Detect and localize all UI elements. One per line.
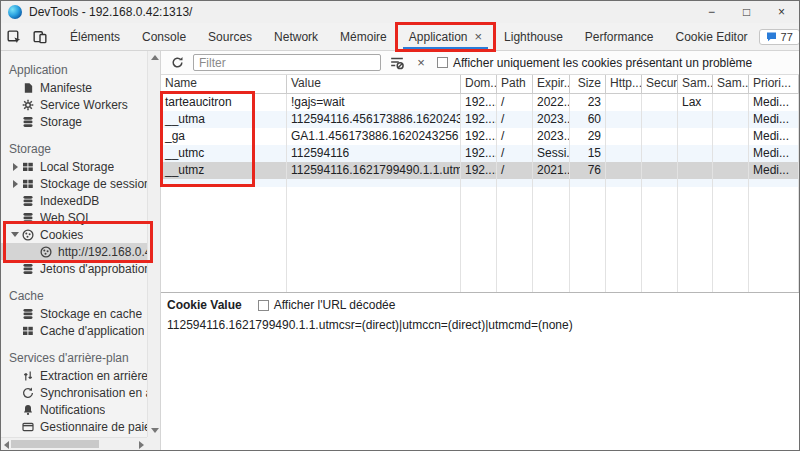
column-header-secure[interactable]: Secure <box>642 75 678 93</box>
cell-size[interactable]: 76 <box>570 162 606 179</box>
cookie-row[interactable]: __utmz112594116.1621799490.1.1.utmcsr=(d… <box>161 162 799 179</box>
tab-sources[interactable]: Sources <box>197 23 263 50</box>
sidebar-item-synchronisation-en-arri-re[interactable]: Synchronisation en arrière <box>1 384 147 401</box>
scroll-up-icon[interactable] <box>151 55 159 60</box>
cell-priority[interactable]: Medi... <box>749 94 799 111</box>
maximize-button[interactable]: □ <box>729 1 764 23</box>
cell-domain[interactable]: 192.... <box>461 145 497 162</box>
device-toolbar-icon[interactable] <box>27 23 53 50</box>
column-header-domain[interactable]: Dom... <box>461 75 497 93</box>
cookie-row[interactable]: __utma112594116.456173886.1620243256.16.… <box>161 111 799 128</box>
cell-secure[interactable] <box>642 128 678 145</box>
sidebar-horizontal-scrollbar[interactable] <box>1 437 147 450</box>
column-header-samesite[interactable]: Sam... <box>678 75 713 93</box>
cell-samesite[interactable] <box>678 145 713 162</box>
cell-sameparty[interactable] <box>713 111 749 128</box>
sidebar-item-web-sql[interactable]: Web SQL <box>1 209 147 226</box>
cell-expires[interactable]: Sessi... <box>533 145 570 162</box>
cell-value[interactable]: 112594116.1621799490.1.1.utmcsr=(di... <box>287 162 461 179</box>
column-header-name[interactable]: Name <box>161 75 287 93</box>
column-header-expires[interactable]: Expir... <box>533 75 570 93</box>
tab-l-ments[interactable]: Éléments <box>59 23 131 50</box>
column-header-httponly[interactable]: Http... <box>606 75 642 93</box>
cell-expires[interactable]: 2023... <box>533 128 570 145</box>
sidebar-item-cookies[interactable]: Cookies <box>1 226 147 243</box>
sidebar-vertical-scrollbar[interactable] <box>147 51 160 437</box>
tab-m-moire[interactable]: Mémoire <box>329 23 398 50</box>
column-header-path[interactable]: Path <box>497 75 533 93</box>
chevron-right-icon[interactable] <box>9 163 21 171</box>
delete-selected-icon[interactable]: × <box>413 55 429 71</box>
show-decoded-url-option[interactable]: Afficher l'URL décodée <box>258 298 396 312</box>
cell-value[interactable]: 112594116.456173886.1620243256.16... <box>287 111 461 128</box>
column-header-sameparty[interactable]: Sam... <box>713 75 749 93</box>
cookie-row[interactable]: tarteaucitron!gajs=wait192..../2022...23… <box>161 94 799 111</box>
cell-name[interactable]: __utma <box>161 111 287 128</box>
scroll-right-icon[interactable] <box>139 441 144 449</box>
scroll-down-icon[interactable] <box>151 428 159 433</box>
close-button[interactable]: × <box>764 1 799 23</box>
cell-httponly[interactable] <box>606 111 642 128</box>
cookie-row[interactable]: _gaGA1.1.456173886.1620243256192..../202… <box>161 128 799 145</box>
cookie-row[interactable]: __utmc112594116192..../Sessi...15Medi... <box>161 145 799 162</box>
cell-expires[interactable]: 2022... <box>533 94 570 111</box>
cell-path[interactable]: / <box>497 111 533 128</box>
column-header-value[interactable]: Value <box>287 75 461 93</box>
cell-size[interactable]: 60 <box>570 111 606 128</box>
chevron-right-icon[interactable] <box>9 180 21 188</box>
only-issues-filter[interactable]: Afficher uniquement les cookies présenta… <box>437 56 752 70</box>
cell-value[interactable]: !gajs=wait <box>287 94 461 111</box>
cell-name[interactable]: __utmc <box>161 145 287 162</box>
cell-path[interactable]: / <box>497 94 533 111</box>
cell-domain[interactable]: 192.... <box>461 111 497 128</box>
cell-size[interactable]: 23 <box>570 94 606 111</box>
tab-close-icon[interactable]: × <box>475 29 483 44</box>
sidebar-item-gestionnaire-de-paiement[interactable]: Gestionnaire de paiement <box>1 418 147 435</box>
filter-input[interactable] <box>193 54 381 71</box>
cell-size[interactable]: 29 <box>570 128 606 145</box>
scroll-left-icon[interactable] <box>4 441 9 449</box>
sidebar-item-extraction-en-arri-re-plan[interactable]: Extraction en arrière-plan <box>1 367 147 384</box>
cell-priority[interactable]: Medi... <box>749 145 799 162</box>
cell-domain[interactable]: 192.... <box>461 128 497 145</box>
cell-expires[interactable]: 2023... <box>533 111 570 128</box>
cell-samesite[interactable] <box>678 111 713 128</box>
scrollbar-thumb[interactable] <box>11 440 99 448</box>
clear-all-cookies-icon[interactable] <box>389 55 405 71</box>
column-header-size[interactable]: Size <box>570 75 606 93</box>
sidebar-item-stockage-en-cache[interactable]: Stockage en cache <box>1 305 147 322</box>
only-issues-checkbox[interactable] <box>437 57 448 68</box>
cell-value[interactable]: GA1.1.456173886.1620243256 <box>287 128 461 145</box>
tab-cookie-editor[interactable]: Cookie Editor <box>665 23 759 50</box>
cell-path[interactable]: / <box>497 162 533 179</box>
inspect-element-icon[interactable] <box>1 23 27 50</box>
cell-path[interactable]: / <box>497 145 533 162</box>
sidebar-item-indexeddb[interactable]: IndexedDB <box>1 192 147 209</box>
sidebar-item-jetons-d-approbation[interactable]: Jetons d'approbation <box>1 260 147 277</box>
cell-samesite[interactable] <box>678 128 713 145</box>
cell-secure[interactable] <box>642 111 678 128</box>
cell-size[interactable]: 15 <box>570 145 606 162</box>
cell-priority[interactable]: Medi... <box>749 111 799 128</box>
sidebar-item-http-192-168-0-42-1313[interactable]: http://192.168.0.42:1313 <box>1 243 147 260</box>
tab-network[interactable]: Network <box>263 23 329 50</box>
cell-priority[interactable]: Medi... <box>749 128 799 145</box>
cell-sameparty[interactable] <box>713 162 749 179</box>
sidebar-item-service-workers[interactable]: Service Workers <box>1 96 147 113</box>
cell-samesite[interactable]: Lax <box>678 94 713 111</box>
tab-application[interactable]: Application× <box>398 23 493 50</box>
column-header-priority[interactable]: Priori... <box>749 75 799 93</box>
tab-console[interactable]: Console <box>131 23 197 50</box>
issues-badge[interactable]: 77 <box>759 29 800 45</box>
sidebar-item-manifeste[interactable]: Manifeste <box>1 79 147 96</box>
cell-httponly[interactable] <box>606 94 642 111</box>
cell-sameparty[interactable] <box>713 128 749 145</box>
chevron-down-icon[interactable] <box>9 232 21 237</box>
show-decoded-url-checkbox[interactable] <box>258 300 269 311</box>
sidebar-item-storage[interactable]: Storage <box>1 113 147 130</box>
cell-secure[interactable] <box>642 162 678 179</box>
cell-priority[interactable]: Medi... <box>749 162 799 179</box>
cell-expires[interactable]: 2021... <box>533 162 570 179</box>
cell-secure[interactable] <box>642 94 678 111</box>
cell-name[interactable]: tarteaucitron <box>161 94 287 111</box>
